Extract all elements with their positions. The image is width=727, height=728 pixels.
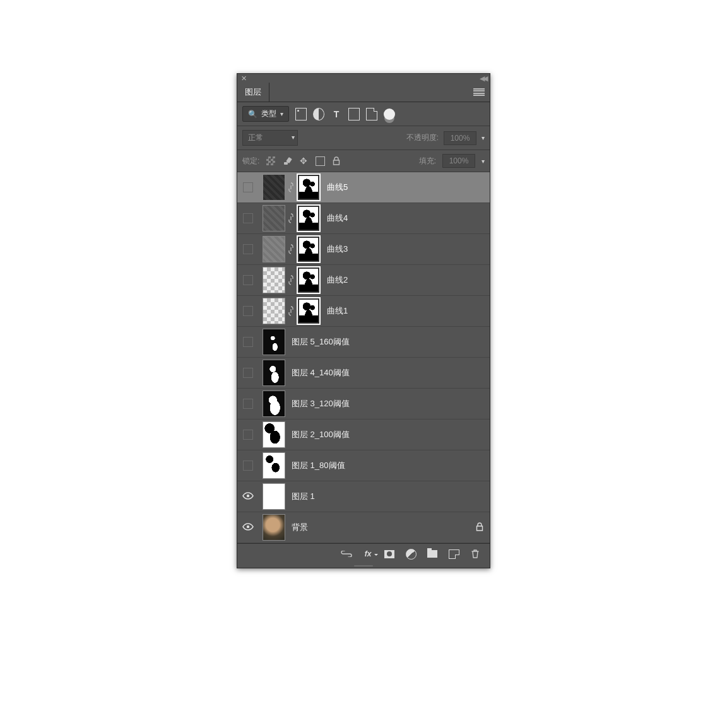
layer-name[interactable]: 图层 3_120阈值 xyxy=(292,398,483,409)
visibility-toggle[interactable] xyxy=(237,275,259,285)
mask-thumbnail[interactable] xyxy=(297,235,321,263)
filter-shape-icon[interactable] xyxy=(348,109,360,120)
visibility-toggle[interactable] xyxy=(237,182,259,192)
layer-name[interactable]: 图层 2_100阈值 xyxy=(292,429,483,440)
lock-label: 锁定: xyxy=(242,156,259,167)
lock-pixels-icon[interactable] xyxy=(282,156,292,166)
layer-thumbnail[interactable] xyxy=(263,360,285,386)
mask-thumbnail[interactable] xyxy=(297,173,321,201)
chevron-down-icon[interactable]: ▾ xyxy=(482,134,485,141)
delete-layer-icon[interactable] xyxy=(470,548,481,560)
layer-row[interactable]: 图层 5_160阈值 xyxy=(237,327,490,358)
layer-thumbnail[interactable] xyxy=(263,483,285,510)
layer-name[interactable]: 曲线1 xyxy=(327,305,483,317)
layer-thumbnail[interactable] xyxy=(263,452,285,479)
layer-row[interactable]: 图层 3_120阈值 xyxy=(237,389,490,420)
add-mask-icon[interactable] xyxy=(384,548,395,560)
layer-row[interactable]: 图层 1_80阈值 xyxy=(237,450,490,481)
new-adjustment-icon[interactable] xyxy=(405,548,417,560)
svg-point-0 xyxy=(247,494,249,496)
layer-name[interactable]: 曲线3 xyxy=(327,244,483,255)
visibility-empty xyxy=(243,182,253,192)
visibility-toggle[interactable] xyxy=(237,492,259,502)
layer-row[interactable]: 背景 xyxy=(237,512,490,543)
tab-layers[interactable]: 图层 xyxy=(237,83,269,102)
filter-type-dropdown[interactable]: 🔍 类型 ▾ xyxy=(242,106,289,122)
lock-position-icon[interactable]: ✥ xyxy=(298,156,309,166)
close-icon[interactable]: ✕ xyxy=(241,75,247,82)
layer-name[interactable]: 图层 1_80阈值 xyxy=(292,460,483,471)
layer-name[interactable]: 曲线4 xyxy=(327,213,483,224)
layer-thumbnail[interactable] xyxy=(263,267,285,293)
layer-row[interactable]: 图层 4_140阈值 xyxy=(237,358,490,389)
layer-row[interactable]: 曲线2 xyxy=(237,265,490,296)
panel-menu-icon[interactable] xyxy=(473,88,485,96)
visibility-toggle[interactable] xyxy=(237,306,259,316)
link-icon xyxy=(288,244,294,254)
layer-row[interactable]: 曲线4 xyxy=(237,203,490,234)
filter-pixel-icon[interactable] xyxy=(295,109,307,120)
visibility-toggle[interactable] xyxy=(237,368,259,378)
layer-row[interactable]: 曲线1 xyxy=(237,296,490,327)
visibility-empty xyxy=(243,275,253,285)
layer-name[interactable]: 背景 xyxy=(292,522,476,533)
layer-thumbnail[interactable] xyxy=(263,390,285,417)
filter-adjustment-icon[interactable] xyxy=(313,109,324,120)
link-icon xyxy=(288,213,294,223)
layer-thumbnail[interactable] xyxy=(263,329,285,355)
panel-resize-grip[interactable] xyxy=(237,564,490,568)
layer-name[interactable]: 图层 4_140阈值 xyxy=(292,367,483,379)
visibility-toggle[interactable] xyxy=(237,430,259,440)
panel-bottom-bar: fx xyxy=(237,543,490,564)
layer-name[interactable]: 图层 1 xyxy=(292,491,483,502)
collapse-panel-icon[interactable]: ◀◀ xyxy=(480,74,486,83)
layer-row[interactable]: 图层 1 xyxy=(237,481,490,512)
filter-type-label: 类型 xyxy=(261,109,276,119)
visibility-toggle[interactable] xyxy=(237,523,259,532)
link-layers-icon[interactable] xyxy=(341,548,352,560)
mask-thumbnail[interactable] xyxy=(297,266,321,294)
visibility-toggle[interactable] xyxy=(237,337,259,347)
eye-icon xyxy=(242,523,254,532)
layer-thumbnail[interactable] xyxy=(263,205,285,232)
panel-header-strip: ✕ ◀◀ xyxy=(237,74,490,83)
layer-filter-row: 🔍 类型 ▾ T xyxy=(237,102,490,126)
mask-thumbnail[interactable] xyxy=(297,297,321,325)
lock-transparency-icon[interactable] xyxy=(266,156,276,166)
visibility-toggle[interactable] xyxy=(237,244,259,254)
layer-row[interactable]: 曲线5 xyxy=(237,172,490,203)
new-group-icon[interactable] xyxy=(427,548,438,560)
blend-mode-select[interactable]: 正常 ▾ xyxy=(242,130,298,146)
layer-thumbnail[interactable] xyxy=(263,421,285,448)
layer-name[interactable]: 曲线2 xyxy=(327,274,483,286)
layer-row[interactable]: 图层 2_100阈值 xyxy=(237,420,490,450)
filter-toggle-icon[interactable] xyxy=(384,109,395,120)
opacity-input[interactable]: 100% xyxy=(444,131,476,145)
opacity-label: 不透明度: xyxy=(406,132,439,143)
mask-thumbnail[interactable] xyxy=(297,204,321,232)
lock-all-icon[interactable] xyxy=(331,156,341,166)
visibility-toggle[interactable] xyxy=(237,399,259,409)
panel-tab-bar: 图层 xyxy=(237,83,490,102)
layer-thumbnails xyxy=(263,173,321,201)
visibility-toggle[interactable] xyxy=(237,461,259,471)
fill-value: 100% xyxy=(449,156,469,165)
filter-smartobject-icon[interactable] xyxy=(366,109,377,120)
layer-thumbnail[interactable] xyxy=(263,298,285,324)
layer-thumbnail[interactable] xyxy=(263,236,285,262)
visibility-empty xyxy=(243,399,253,409)
layer-thumbnails xyxy=(263,452,285,479)
filter-type-text-icon[interactable]: T xyxy=(331,109,342,120)
layer-fx-icon[interactable]: fx xyxy=(362,548,374,560)
new-layer-icon[interactable] xyxy=(448,548,459,560)
visibility-toggle[interactable] xyxy=(237,213,259,223)
lock-artboard-icon[interactable] xyxy=(315,156,325,166)
layer-row[interactable]: 曲线3 xyxy=(237,234,490,265)
layer-thumbnails xyxy=(263,483,285,510)
fill-input[interactable]: 100% xyxy=(442,154,475,168)
layer-thumbnail[interactable] xyxy=(263,174,285,201)
layer-thumbnail[interactable] xyxy=(263,514,285,541)
layer-name[interactable]: 曲线5 xyxy=(327,182,483,193)
layer-name[interactable]: 图层 5_160阈值 xyxy=(292,336,483,348)
chevron-down-icon[interactable]: ▾ xyxy=(482,158,485,165)
